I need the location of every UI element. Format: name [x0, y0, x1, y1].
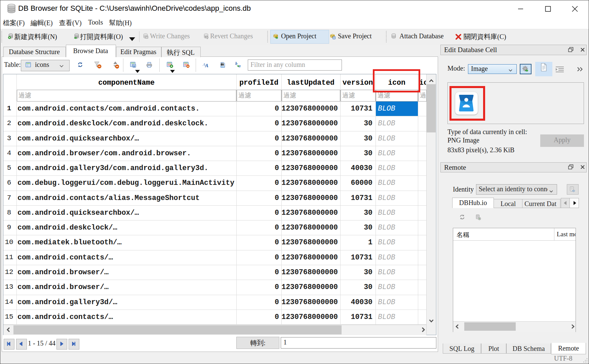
svg-text:A: A [205, 63, 208, 68]
